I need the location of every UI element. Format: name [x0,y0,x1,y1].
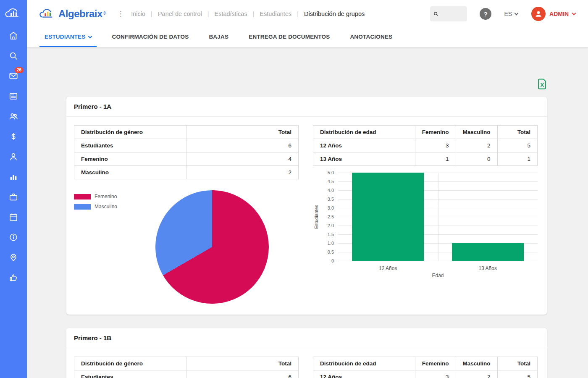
y-tick-label: 1.5 [328,232,334,237]
language-selector[interactable]: ES [504,10,518,17]
tab-estudiantes[interactable]: ESTUDIANTES [39,28,97,47]
total-header: Total [497,126,537,139]
gender-table-header: Distribución de género [74,126,186,139]
person-icon [9,152,18,161]
sidebar-item-person[interactable] [8,151,19,162]
legend-label: Femenino [94,194,117,200]
pie-legend: Femenino Masculino [74,190,125,304]
row-label: Masculino [74,166,186,179]
users-icon [9,112,18,121]
breadcrumb-separator: | [207,10,209,17]
algebraix-logo-icon [39,8,55,20]
list-icon [9,92,18,101]
age-table-header: Distribución de edad [313,357,415,370]
age-distribution-table: Distribución de edad Femenino Masculino … [313,357,538,378]
algebraix-sidebar-logo[interactable] [0,0,27,27]
brand-name: Algebraix [58,8,102,19]
sidebar-item-calendar[interactable] [8,212,19,223]
age-column: Distribución de edad Femenino Masculino … [313,357,538,378]
tab-label: ANOTACIONES [350,34,392,40]
sidebar-item-home[interactable] [8,30,19,41]
tab-label: ENTREGA DE DOCUMENTOS [249,34,330,40]
table-row: Estudiantes 6 [74,139,299,152]
sidebar-item-search[interactable] [8,50,19,61]
messages-badge: 26 [15,67,24,73]
sidebar-item-briefcase[interactable] [8,192,19,202]
help-button[interactable]: ? [480,8,491,20]
user-icon [534,10,543,18]
sidebar-item-likes[interactable] [8,272,19,283]
row-value: 5 [497,139,537,152]
payments-icon [9,132,18,141]
group-card-primero-1b: Primero - 1B Distribución de género Tota… [66,328,547,378]
gridline [338,261,538,261]
legend-item-masculino: Masculino [74,204,125,210]
main-panel: Algebraix® ⋮ Inicio | Panel de control |… [27,0,588,378]
tab-entrega-de-documentos[interactable]: ENTREGA DE DOCUMENTOS [244,28,335,47]
chevron-down-icon [572,11,576,15]
breadcrumb: Inicio | Panel de control | Estadísticas… [131,10,365,17]
breadcrumb-estudiantes[interactable]: Estudiantes [260,10,291,17]
tab-bajas[interactable]: BAJAS [204,28,234,47]
sidebar-item-info[interactable] [8,232,19,243]
admin-label: ADMIN [549,10,569,17]
help-label: ? [484,10,488,18]
chevron-down-icon [88,34,92,38]
sidebar-item-users[interactable] [8,111,19,122]
top-header: Algebraix® ⋮ Inicio | Panel de control |… [27,0,588,28]
tab-label: CONFIRMACIÓN DE DATOS [112,34,189,40]
sidebar-item-location[interactable] [8,252,19,263]
excel-export-icon [538,79,547,89]
row-value: 2 [186,166,299,179]
x-tick-label: 12 Años [338,262,438,271]
table-header-row: Distribución de edad Femenino Masculino … [313,126,538,139]
home-icon [9,31,18,40]
more-vertical-icon[interactable]: ⋮ [117,10,124,18]
row-label: Femenino [74,152,186,166]
y-tick-label: 2.0 [328,223,334,228]
y-axis-ticks: 5.04.54.03.53.02.52.01.51.00.50 [320,173,338,261]
statistics-icon [9,172,18,181]
row-value: 1 [497,152,537,166]
sidebar-item-statistics[interactable] [8,171,19,182]
age-bar-chart: Estudiantes 5.04.54.03.53.02.52.01.51.00… [313,173,538,282]
row-label: 12 Años [313,139,415,152]
admin-menu[interactable]: ADMIN [531,7,575,21]
export-excel-button[interactable] [538,79,547,91]
location-icon [9,253,18,262]
bar-slot [438,173,538,261]
group-title: Primero - 1B [66,328,547,348]
export-row [66,79,547,91]
breadcrumb-current-distribucion-de-grupos: Distribución de grupos [304,10,365,17]
y-tick-label: 0.5 [328,249,334,255]
bar-slot [338,173,438,261]
masculino-header: Masculino [456,126,497,139]
tab-confirmacion-de-datos[interactable]: CONFIRMACIÓN DE DATOS [107,28,194,47]
row-value: 5 [497,370,537,378]
breadcrumb-panel-de-control[interactable]: Panel de control [158,10,202,17]
bar-13-años [452,243,524,261]
sidebar-item-messages[interactable]: 26 [8,71,19,81]
language-label: ES [504,10,512,17]
breadcrumb-separator: | [151,10,152,17]
table-row: Femenino 4 [74,152,299,166]
row-value: 2 [456,370,497,378]
row-label: 12 Años [313,370,415,378]
y-tick-label: 1.0 [328,241,334,246]
sidebar-item-list[interactable] [8,91,19,102]
table-header-row: Distribución de género Total [74,357,299,370]
age-column: Distribución de edad Femenino Masculino … [313,125,538,304]
search-input[interactable] [441,10,464,18]
bars [338,173,538,261]
gender-pie-chart [155,190,269,304]
breadcrumb-inicio[interactable]: Inicio [131,10,145,17]
breadcrumb-estadisticas[interactable]: Estadísticas [214,10,247,17]
tab-anotaciones[interactable]: ANOTACIONES [345,28,397,47]
chevron-down-icon [514,11,519,15]
algebraix-logo[interactable]: Algebraix® [39,8,106,20]
sidebar-item-payments[interactable] [8,131,19,142]
search-box[interactable] [430,6,467,21]
x-axis-ticks: 12 Años13 Años [338,261,538,273]
gender-distribution-table: Distribución de género Total Estudiantes… [74,125,299,179]
row-value: 6 [186,370,299,378]
